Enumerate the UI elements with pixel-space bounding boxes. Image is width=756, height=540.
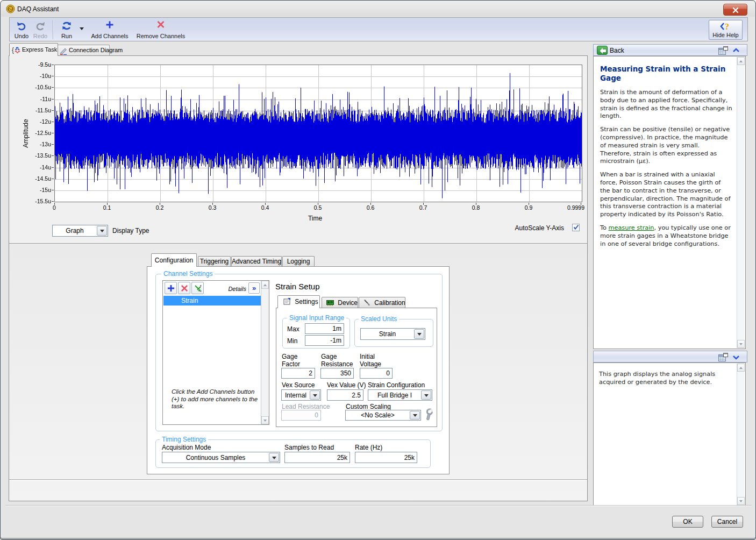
undo-label: Undo xyxy=(11,33,32,39)
tab-triggering[interactable]: Triggering xyxy=(198,256,231,267)
inner-divider xyxy=(9,479,587,480)
vex-source-value: Internal xyxy=(283,390,309,400)
remove-channels-button[interactable]: Remove Channels xyxy=(133,19,188,40)
help-scrollbar[interactable] xyxy=(737,57,745,348)
tab-triggering-label: Triggering xyxy=(200,258,229,265)
scroll-up-button[interactable] xyxy=(261,281,269,289)
x-tick-mark xyxy=(107,203,108,205)
details-button[interactable]: » xyxy=(248,282,260,294)
vex-value-field[interactable]: 2.5 xyxy=(327,389,363,401)
ok-button[interactable]: OK xyxy=(672,516,703,528)
collapse-chevron-down-icon[interactable] xyxy=(732,354,740,360)
initial-voltage-field[interactable]: 0 xyxy=(360,368,393,379)
vex-source-select[interactable]: Internal xyxy=(281,389,321,401)
hide-help-button[interactable]: ? Hide Help xyxy=(709,20,743,40)
acquisition-mode-select[interactable]: Continuous Samples xyxy=(162,452,280,463)
x-tick-mark xyxy=(318,203,318,205)
help2-scrollbar[interactable] xyxy=(737,364,745,505)
help2-header xyxy=(593,351,747,363)
change-channel-icon xyxy=(194,285,202,292)
rate-field[interactable]: 25k xyxy=(355,452,417,463)
scroll-down-button[interactable] xyxy=(261,416,269,424)
autoscale-checkbox[interactable] xyxy=(572,224,580,231)
tab-configuration[interactable]: Configuration xyxy=(151,253,197,267)
max-field[interactable]: 1m xyxy=(305,323,344,334)
collapse-chevron-up-icon[interactable] xyxy=(732,47,740,54)
samples-to-read-field[interactable]: 25k xyxy=(284,452,350,463)
run-dropdown-arrow-icon[interactable] xyxy=(80,27,84,30)
tab-device[interactable]: Device xyxy=(322,297,358,308)
min-label: Min xyxy=(287,337,297,345)
close-button[interactable] xyxy=(723,4,747,16)
app-icon xyxy=(6,4,15,13)
gage-factor-field[interactable]: 2 xyxy=(281,368,315,379)
measure-strain-link[interactable]: measure strain xyxy=(608,224,654,231)
x-tick-label: 0.5 xyxy=(302,204,334,211)
add-channels-button[interactable]: Add Channels xyxy=(87,19,132,40)
wrench-icon[interactable] xyxy=(423,408,434,421)
help-scroll-up[interactable] xyxy=(737,57,745,65)
display-type-dropdown-button[interactable] xyxy=(97,226,107,236)
y-tick-label: -10u xyxy=(22,73,51,79)
footer-divider xyxy=(5,505,752,506)
express-task-icon: { xyxy=(12,46,21,54)
custom-scaling-dropdown-button[interactable] xyxy=(410,411,420,420)
tab-device-label: Device xyxy=(338,299,358,307)
x-tick-mark xyxy=(265,203,266,205)
dropdown-arrow-icon xyxy=(100,230,104,232)
tab-advanced-timing[interactable]: Advanced Timing xyxy=(231,256,282,267)
undo-button[interactable]: Undo xyxy=(11,19,32,40)
back-button[interactable] xyxy=(597,46,608,55)
max-label: Max xyxy=(287,325,299,333)
delete-channel-button[interactable] xyxy=(178,282,190,294)
acquisition-mode-value: Continuous Samples xyxy=(163,452,268,463)
toolbar: Undo Redo Run Add Channels xyxy=(9,17,748,41)
x-tick-label: 0.7 xyxy=(407,204,439,211)
tab-express-task[interactable]: { Express Task xyxy=(9,43,58,56)
x-tick-label: 0.3 xyxy=(196,204,229,211)
calibration-tab-icon xyxy=(363,299,370,306)
change-physical-channel-button[interactable] xyxy=(191,282,204,294)
dropdown-arrow-icon xyxy=(424,394,429,397)
scaled-units-select[interactable]: Strain xyxy=(360,328,425,340)
lead-resistance-field: 0 xyxy=(281,410,321,421)
x-tick-mark xyxy=(160,203,160,205)
y-tick-label: -11u xyxy=(22,96,51,102)
run-button[interactable]: Run xyxy=(56,19,77,40)
back-label: Back xyxy=(610,47,624,54)
x-tick-mark xyxy=(370,203,371,205)
vex-source-dropdown-button[interactable] xyxy=(310,390,320,400)
x-tick-label: 0.1 xyxy=(91,204,123,211)
strain-configuration-dropdown-button[interactable] xyxy=(421,390,431,400)
display-type-select[interactable]: Graph xyxy=(52,225,108,237)
channel-list-item-strain[interactable]: Strain xyxy=(163,296,261,305)
y-axis-title: Amplitude xyxy=(22,106,30,160)
dropdown-arrow-icon xyxy=(272,457,276,459)
tab-settings[interactable]: Settings xyxy=(277,295,320,308)
acquisition-mode-dropdown-button[interactable] xyxy=(269,453,279,462)
help-scroll-down[interactable] xyxy=(737,340,745,348)
redo-label: Redo xyxy=(31,33,49,39)
tab-logging[interactable]: Logging xyxy=(282,256,315,267)
y-tick-mark xyxy=(52,99,54,100)
gage-resistance-field[interactable]: 350 xyxy=(320,368,354,379)
help2-scroll-down[interactable] xyxy=(737,497,745,505)
custom-scaling-value: <No Scale> xyxy=(347,410,409,420)
redo-button[interactable]: Redo xyxy=(31,19,49,40)
run-icon xyxy=(61,20,72,31)
strain-configuration-select[interactable]: Full Bridge I xyxy=(368,389,432,401)
help-window-icon[interactable] xyxy=(718,353,728,361)
help2-scroll-up[interactable] xyxy=(737,364,745,372)
custom-scaling-select[interactable]: <No Scale> xyxy=(345,410,421,421)
tab-connection-diagram[interactable]: Connection Diagram xyxy=(57,45,110,56)
channel-list-scrollbar[interactable] xyxy=(261,281,269,424)
tab-calibration[interactable]: Calibration xyxy=(359,297,405,308)
min-field[interactable]: -1m xyxy=(305,335,344,346)
y-tick-mark xyxy=(52,122,54,122)
add-channel-button[interactable] xyxy=(165,282,177,294)
cancel-button[interactable]: Cancel xyxy=(711,516,743,528)
triangle-down-icon xyxy=(739,500,743,502)
scaled-units-dropdown-button[interactable] xyxy=(414,329,424,339)
x-tick-mark xyxy=(212,203,213,205)
help-window-icon[interactable] xyxy=(718,46,728,55)
